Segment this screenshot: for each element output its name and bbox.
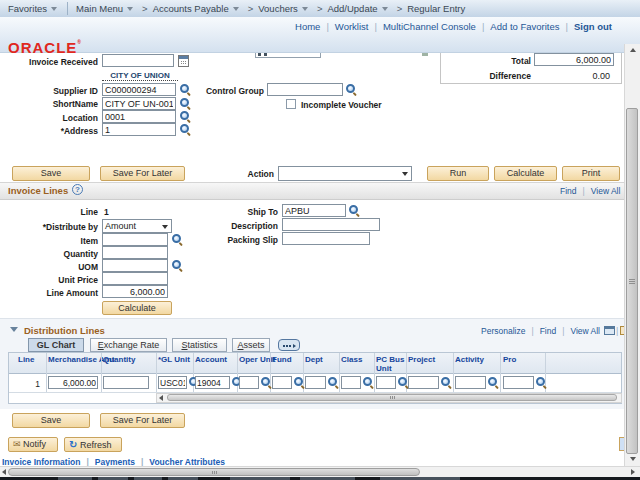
location-input[interactable]	[102, 110, 176, 123]
row-fund-input[interactable]	[272, 376, 292, 389]
footer-save-for-later-button[interactable]: Save For Later	[100, 413, 185, 428]
help-icon[interactable]	[72, 184, 83, 195]
breadcrumb-vouchers[interactable]: Vouchers	[258, 3, 308, 14]
supplier-name-link[interactable]: CITY OF UNION	[102, 71, 178, 81]
breadcrumb-separator: >	[142, 3, 148, 14]
add-to-favorites-link[interactable]: Add to Favorites	[490, 21, 559, 32]
sign-out-link[interactable]: Sign out	[574, 21, 612, 32]
line-number: 1	[104, 207, 116, 217]
notify-button[interactable]: Notify	[8, 437, 58, 452]
row-oper-unit-input[interactable]	[239, 376, 259, 389]
multichannel-console-link[interactable]: MultiChannel Console	[383, 21, 476, 32]
run-button[interactable]: Run	[427, 166, 489, 181]
grid-scroll-left-arrow[interactable]	[159, 395, 163, 401]
control-group-input[interactable]	[267, 83, 343, 96]
description-input[interactable]	[282, 218, 380, 231]
row-quantity-input[interactable]	[103, 376, 149, 389]
tab-gl-chart[interactable]: GL Chart	[28, 338, 84, 352]
difference-value: 0.00	[534, 71, 610, 81]
main-menu[interactable]: Main Menu	[76, 3, 133, 14]
address-input[interactable]	[102, 123, 176, 136]
worklist-link[interactable]: Worklist	[335, 21, 369, 32]
calculate-button[interactable]: Calculate	[494, 166, 557, 181]
totals-box: Total Difference 0.00	[440, 50, 622, 84]
home-link[interactable]: Home	[295, 21, 320, 32]
difference-label: Difference	[445, 71, 531, 81]
row-class-input[interactable]	[341, 376, 361, 389]
action-label: Action	[210, 169, 274, 179]
scroll-left-arrow[interactable]	[2, 469, 6, 475]
unit-price-input[interactable]	[102, 272, 168, 285]
incomplete-voucher-checkbox[interactable]	[286, 99, 296, 109]
row-project-lookup-icon[interactable]	[441, 377, 452, 388]
footer-save-button[interactable]: Save	[12, 413, 90, 428]
ship-to-input[interactable]	[282, 204, 346, 217]
print-button[interactable]: Print	[562, 166, 620, 181]
tab-exchange-rate[interactable]: Exchange Rate	[90, 338, 167, 352]
line-calculate-button[interactable]: Calculate	[102, 301, 172, 315]
grid-column-divider	[500, 353, 501, 392]
ship-to-lookup-icon[interactable]	[349, 205, 360, 216]
view-all-link[interactable]: View All	[591, 186, 621, 196]
refresh-button[interactable]: Refresh	[64, 437, 122, 452]
collapse-triangle-icon[interactable]	[10, 327, 18, 332]
row-fund-lookup-icon[interactable]	[294, 377, 305, 388]
invoice-lines-find-links: Find|View All	[560, 186, 624, 196]
refresh-icon	[69, 440, 77, 450]
save-for-later-button[interactable]: Save For Later	[100, 166, 185, 181]
row-account-input[interactable]	[195, 376, 230, 389]
line-amount-input[interactable]	[102, 285, 168, 298]
scroll-up-arrow[interactable]	[630, 48, 636, 52]
payments-link[interactable]: Payments	[95, 457, 135, 466]
packing-slip-input[interactable]	[282, 232, 370, 245]
invoice-received-input[interactable]	[102, 54, 174, 67]
horizontal-scrollbar-thumb[interactable]	[8, 468, 420, 476]
distribute-by-select[interactable]: Amount	[102, 219, 172, 233]
shortname-input[interactable]	[102, 97, 176, 110]
row-pro-lookup-icon[interactable]	[536, 377, 547, 388]
grid-find-link[interactable]: Find	[540, 326, 557, 336]
breadcrumb-add-update[interactable]: Add/Update	[327, 3, 387, 14]
zoom-grid-icon[interactable]	[604, 326, 615, 335]
shortname-lookup-icon[interactable]	[180, 98, 191, 109]
favorites-menu[interactable]: Favorites	[8, 3, 57, 14]
row-dept-input[interactable]	[305, 376, 326, 389]
row-merchandise-amt-input[interactable]	[48, 376, 98, 389]
row-gl-unit-input[interactable]	[158, 376, 187, 389]
control-group-lookup-icon[interactable]	[346, 84, 357, 95]
grid-view-all-link[interactable]: View All	[570, 326, 600, 336]
breadcrumb-accounts-payable[interactable]: Accounts Payable	[153, 3, 239, 14]
find-link[interactable]: Find	[560, 186, 577, 196]
invoice-information-link[interactable]: Invoice Information	[2, 457, 80, 466]
row-class-lookup-icon[interactable]	[363, 377, 374, 388]
tab-statistics[interactable]: Statistics	[172, 338, 227, 352]
personalize-link[interactable]: Personalize	[481, 326, 525, 336]
row-project-input[interactable]	[408, 376, 439, 389]
supplier-id-input[interactable]	[102, 83, 176, 96]
uom-input[interactable]	[102, 259, 168, 272]
voucher-attributes-link[interactable]: Voucher Attributes	[149, 457, 225, 466]
location-lookup-icon[interactable]	[180, 111, 191, 122]
scroll-down-arrow[interactable]	[630, 457, 636, 461]
row-pro-input[interactable]	[503, 376, 534, 389]
tab-assets[interactable]: Assets	[232, 338, 270, 352]
item-input[interactable]	[102, 233, 168, 246]
total-input[interactable]	[534, 53, 614, 66]
separator: |	[583, 186, 585, 196]
row-oper-unit-lookup-icon[interactable]	[261, 377, 272, 388]
action-select[interactable]	[278, 166, 412, 181]
row-activity-lookup-icon[interactable]	[488, 377, 499, 388]
uom-lookup-icon[interactable]	[172, 260, 183, 271]
row-dept-lookup-icon[interactable]	[328, 377, 339, 388]
vertical-scrollbar-thumb[interactable]	[626, 108, 638, 454]
row-pc-bus-unit-input[interactable]	[376, 376, 396, 389]
show-all-columns-button[interactable]	[278, 339, 300, 351]
save-button[interactable]: Save	[12, 166, 90, 181]
row-activity-input[interactable]	[455, 376, 486, 389]
calendar-icon[interactable]	[178, 55, 189, 67]
quantity-input[interactable]	[102, 246, 168, 259]
grid-scrollbar-thumb[interactable]	[167, 394, 617, 401]
scroll-right-arrow[interactable]	[631, 469, 635, 475]
address-lookup-icon[interactable]	[180, 124, 191, 135]
column-header-dept: Dept	[305, 355, 323, 364]
